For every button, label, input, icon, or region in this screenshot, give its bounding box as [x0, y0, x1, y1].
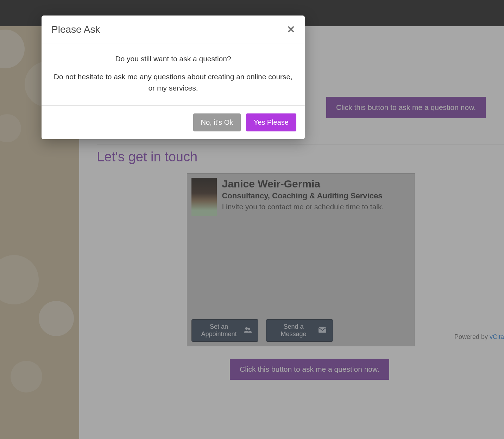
no-button[interactable]: No, it's Ok: [193, 113, 241, 131]
modal-footer: No, it's Ok Yes Please: [42, 105, 305, 139]
modal-line1: Do you still want to ask a question?: [51, 53, 295, 65]
yes-button[interactable]: Yes Please: [246, 113, 296, 131]
modal-title: Please Ask: [51, 24, 100, 35]
close-icon[interactable]: ✕: [287, 25, 295, 35]
no-button-label: No, it's Ok: [201, 118, 233, 126]
modal-dialog: Please Ask ✕ Do you still want to ask a …: [42, 16, 305, 139]
modal-line2: Do not hesitate to ask me any questions …: [51, 71, 295, 94]
modal-header: Please Ask ✕: [42, 16, 305, 43]
yes-button-label: Yes Please: [254, 118, 289, 126]
modal-body: Do you still want to ask a question? Do …: [42, 43, 305, 105]
